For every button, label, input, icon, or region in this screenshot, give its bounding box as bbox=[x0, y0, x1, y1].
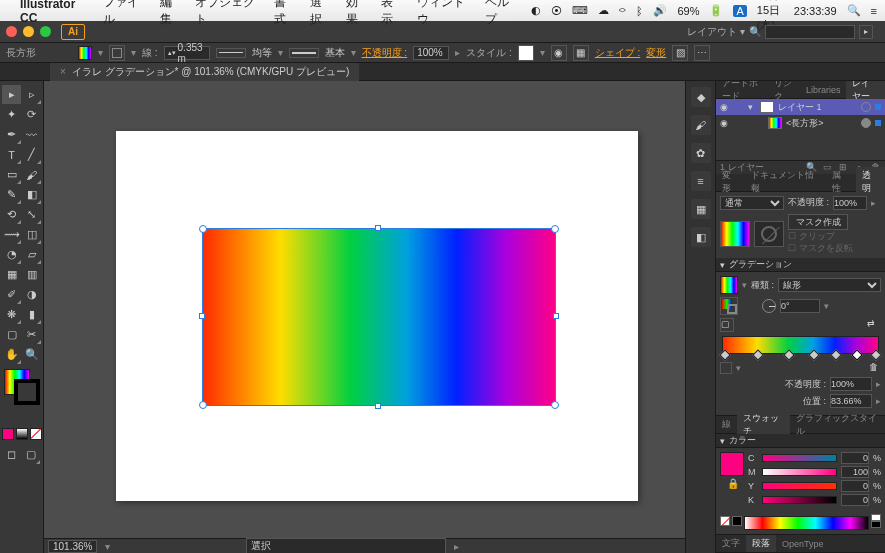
panel-tab-character[interactable]: 文字 bbox=[716, 535, 746, 552]
panel-toggle-button[interactable]: ▸ bbox=[859, 25, 873, 39]
gradient-slider[interactable] bbox=[722, 336, 879, 354]
search-input[interactable] bbox=[765, 25, 855, 39]
gradient-stop[interactable] bbox=[719, 350, 730, 361]
selection-tool[interactable]: ▸ bbox=[2, 85, 21, 104]
black-swatch[interactable] bbox=[732, 516, 742, 526]
make-mask-button[interactable]: マスク作成 bbox=[788, 214, 848, 230]
visibility-icon[interactable]: ◉ bbox=[720, 102, 732, 112]
channel-k-input[interactable] bbox=[841, 494, 869, 506]
reverse-gradient-icon[interactable]: ⇄ bbox=[867, 318, 881, 332]
channel-m-slider[interactable] bbox=[762, 468, 837, 476]
menu-file[interactable]: ファイル bbox=[103, 0, 146, 28]
layer-object-name[interactable]: <長方形> bbox=[786, 117, 857, 130]
white-swatch[interactable] bbox=[871, 514, 881, 521]
resize-handle[interactable] bbox=[199, 313, 205, 319]
layer-name[interactable]: レイヤー 1 bbox=[778, 101, 857, 114]
gradient-stop[interactable] bbox=[808, 350, 819, 361]
layer-row[interactable]: ◉ ▾ レイヤー 1 bbox=[716, 99, 885, 115]
volume-icon[interactable]: 🔊 bbox=[653, 4, 667, 17]
lock-icon[interactable]: 🔒 bbox=[727, 478, 737, 489]
slice-tool[interactable]: ✂ bbox=[22, 325, 41, 344]
gradient-panel-header[interactable]: ▾ グラデーション bbox=[716, 258, 885, 272]
stop-location-input[interactable] bbox=[830, 394, 872, 408]
collapse-icon[interactable]: ▾ bbox=[720, 260, 725, 270]
gradient-tool[interactable]: ▥ bbox=[22, 265, 41, 284]
layout-dropdown[interactable]: レイアウト ▾ bbox=[687, 25, 745, 39]
eraser-tool[interactable]: ◧ bbox=[22, 185, 41, 204]
menu-window[interactable]: ウィンドウ bbox=[417, 0, 471, 28]
ime-icon[interactable]: A bbox=[733, 5, 746, 17]
gradient-stop[interactable] bbox=[752, 350, 763, 361]
collapse-icon[interactable]: ▾ bbox=[720, 436, 725, 446]
menu-view[interactable]: 表示 bbox=[381, 0, 403, 28]
resize-handle[interactable] bbox=[199, 401, 207, 409]
line-tool[interactable]: ╱ bbox=[22, 145, 41, 164]
pathfinder-icon[interactable]: ◧ bbox=[691, 227, 711, 247]
gradient-stop[interactable] bbox=[830, 350, 841, 361]
color-mode-icon[interactable] bbox=[2, 428, 14, 440]
none-swatch[interactable] bbox=[720, 516, 730, 526]
shape-builder-tool[interactable]: ◔ bbox=[2, 245, 21, 264]
properties-icon[interactable]: ◆ bbox=[691, 87, 711, 107]
blend-tool[interactable]: ◑ bbox=[22, 285, 41, 304]
none-mode-icon[interactable] bbox=[30, 428, 42, 440]
search-icon[interactable]: 🔍 bbox=[749, 26, 761, 37]
close-window-button[interactable] bbox=[6, 26, 17, 37]
isolate-icon[interactable]: ▨ bbox=[672, 45, 688, 61]
status-icon[interactable]: ⌨ bbox=[572, 4, 588, 17]
layer-row[interactable]: ◉ <長方形> bbox=[716, 115, 885, 131]
curvature-tool[interactable]: 〰 bbox=[22, 125, 41, 144]
arrange-icon[interactable]: ⋯ bbox=[694, 45, 710, 61]
stroke-color[interactable] bbox=[14, 379, 40, 405]
status-icon[interactable]: ◐ bbox=[531, 4, 541, 17]
resize-handle[interactable] bbox=[551, 225, 559, 233]
menu-object[interactable]: オブジェクト bbox=[195, 0, 260, 28]
transform-link[interactable]: 変形 bbox=[646, 46, 666, 60]
stop-color-swatch[interactable] bbox=[720, 362, 732, 374]
draw-mode-icon[interactable]: ◻ bbox=[2, 445, 21, 464]
transparency-thumb[interactable] bbox=[720, 221, 750, 247]
gradient-stop[interactable] bbox=[870, 350, 881, 361]
color-panel-header[interactable]: ▾ カラー bbox=[716, 434, 885, 448]
rectangle-tool[interactable]: ▭ bbox=[2, 165, 21, 184]
channel-c-slider[interactable] bbox=[762, 454, 837, 462]
selected-rectangle[interactable] bbox=[202, 228, 556, 406]
maximize-window-button[interactable] bbox=[40, 26, 51, 37]
channel-y-slider[interactable] bbox=[762, 482, 837, 490]
mask-thumb[interactable] bbox=[754, 221, 784, 247]
screen-mode-icon[interactable]: ▢ bbox=[22, 445, 41, 464]
panel-tab-libraries[interactable]: Libraries bbox=[800, 83, 847, 97]
delete-stop-icon[interactable]: 🗑 bbox=[869, 362, 881, 374]
menu-type[interactable]: 書式 bbox=[274, 0, 296, 28]
battery-icon[interactable]: 🔋 bbox=[709, 4, 723, 17]
perspective-tool[interactable]: ▱ bbox=[22, 245, 41, 264]
symbols-icon[interactable]: ✿ bbox=[691, 143, 711, 163]
color-fill-swatch[interactable] bbox=[720, 452, 744, 476]
mesh-tool[interactable]: ▦ bbox=[2, 265, 21, 284]
zoom-tool[interactable]: 🔍 bbox=[22, 345, 41, 364]
align-panel-icon[interactable]: ▦ bbox=[691, 199, 711, 219]
target-icon[interactable] bbox=[861, 102, 871, 112]
visibility-icon[interactable]: ◉ bbox=[720, 118, 732, 128]
resize-handle[interactable] bbox=[553, 313, 559, 319]
canvas[interactable]: 101.36% ▾ 選択 ▸ bbox=[44, 81, 685, 553]
graph-tool[interactable]: ▮ bbox=[22, 305, 41, 324]
channel-y-input[interactable] bbox=[841, 480, 869, 492]
no-fill-icon[interactable] bbox=[109, 45, 125, 61]
rotate-tool[interactable]: ⟲ bbox=[2, 205, 21, 224]
style-swatch[interactable] bbox=[518, 45, 534, 61]
eyedropper-tool[interactable]: ✐ bbox=[2, 285, 21, 304]
clip-checkbox[interactable]: ☐ クリップ bbox=[788, 230, 853, 242]
channel-k-slider[interactable] bbox=[762, 496, 837, 504]
paintbrush-tool[interactable]: 🖌 bbox=[22, 165, 41, 184]
target-icon[interactable] bbox=[861, 118, 871, 128]
zoom-field[interactable]: 101.36% bbox=[48, 540, 97, 553]
opacity-input[interactable] bbox=[833, 196, 867, 210]
width-tool[interactable]: ⟿ bbox=[2, 225, 21, 244]
resize-handle[interactable] bbox=[199, 225, 207, 233]
align-icon[interactable]: ▦ bbox=[573, 45, 589, 61]
free-transform-tool[interactable]: ◫ bbox=[22, 225, 41, 244]
stop-opacity-input[interactable] bbox=[830, 377, 872, 391]
channel-m-input[interactable] bbox=[841, 466, 869, 478]
menu-edit[interactable]: 編集 bbox=[160, 0, 182, 28]
